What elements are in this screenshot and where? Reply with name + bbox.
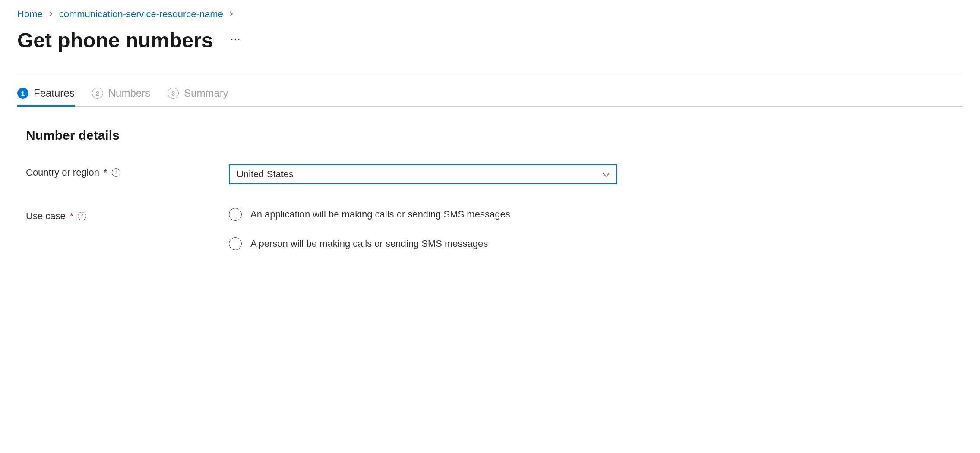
required-indicator: *	[70, 211, 74, 222]
form-row-country: Country or region * i United States	[26, 164, 954, 184]
section-number-details: Number details Country or region * i Uni…	[17, 107, 963, 283]
tab-features[interactable]: 1 Features	[17, 87, 75, 106]
chevron-down-icon	[603, 169, 610, 180]
dropdown-value: United States	[237, 169, 294, 180]
radio-icon	[229, 237, 242, 250]
usecase-radio-group: An application will be making calls or s…	[229, 208, 617, 250]
info-icon[interactable]: i	[78, 212, 86, 220]
country-dropdown[interactable]: United States	[229, 164, 617, 184]
tab-summary[interactable]: 3 Summary	[168, 87, 228, 106]
tab-label: Summary	[184, 87, 228, 99]
radio-label: A person will be making calls or sending…	[250, 238, 488, 249]
required-indicator: *	[104, 167, 107, 178]
page-title: Get phone numbers	[17, 28, 213, 52]
info-icon[interactable]: i	[112, 168, 120, 177]
usecase-radio-person[interactable]: A person will be making calls or sending…	[229, 237, 617, 250]
form-row-usecase: Use case * i An application will be maki…	[26, 208, 954, 250]
more-actions-icon[interactable]: ⋯	[230, 33, 241, 48]
tab-numbers[interactable]: 2 Numbers	[92, 87, 150, 106]
tab-step-badge: 1	[17, 88, 28, 99]
label-text: Use case	[26, 211, 66, 222]
page-header: Get phone numbers ⋯	[17, 28, 963, 52]
chevron-right-icon	[229, 10, 234, 19]
tab-step-badge: 3	[168, 88, 179, 99]
tab-label: Numbers	[108, 87, 150, 99]
tabs: 1 Features 2 Numbers 3 Summary	[17, 74, 963, 107]
breadcrumb-resource[interactable]: communication-service-resource-name	[59, 9, 223, 20]
tab-label: Features	[34, 87, 75, 99]
label-text: Country or region	[26, 167, 99, 178]
radio-label: An application will be making calls or s…	[250, 209, 510, 220]
breadcrumb: Home communication-service-resource-name	[17, 9, 963, 20]
radio-icon	[229, 208, 242, 221]
chevron-right-icon	[49, 10, 53, 19]
tab-step-badge: 2	[92, 88, 103, 99]
section-title: Number details	[26, 128, 954, 143]
form-label-country: Country or region * i	[26, 164, 229, 178]
form-label-usecase: Use case * i	[26, 208, 229, 222]
usecase-radio-application[interactable]: An application will be making calls or s…	[229, 208, 617, 221]
breadcrumb-home[interactable]: Home	[17, 9, 43, 20]
